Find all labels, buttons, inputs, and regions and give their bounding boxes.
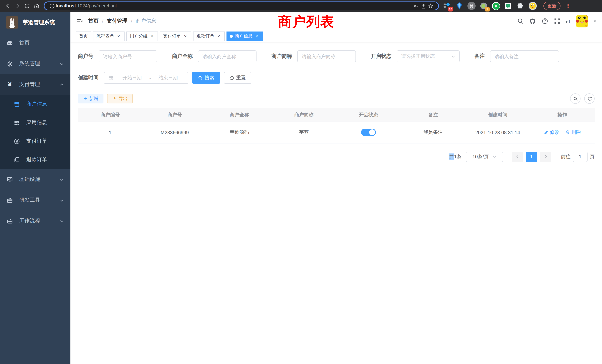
- close-icon[interactable]: ×: [116, 33, 121, 39]
- col-create-time: 创建时间: [465, 108, 530, 122]
- table-row: 1 M233666999 芋道源码 芋艿 我是备注 2021-10-23 08:…: [78, 122, 595, 143]
- extension-gem-icon[interactable]: [455, 1, 464, 10]
- page-info-icon[interactable]: [48, 2, 56, 10]
- export-button[interactable]: 导出: [107, 94, 133, 103]
- delete-link[interactable]: 删除: [565, 129, 581, 136]
- sidebar-item-label: 基础设施: [19, 176, 60, 183]
- tag-pay-order[interactable]: 支付订单×: [160, 31, 191, 41]
- documents-icon: [14, 157, 20, 163]
- status-toggle[interactable]: [361, 129, 376, 136]
- browser-menu-icon[interactable]: ⋮: [565, 3, 571, 9]
- user-avatar[interactable]: [576, 15, 588, 27]
- col-actions: 操作: [530, 108, 595, 122]
- extension-command-icon[interactable]: ⌘: [467, 1, 476, 10]
- browser-reload-icon[interactable]: [22, 1, 32, 11]
- sidebar-item-payment[interactable]: ¥ 支付管理: [0, 74, 70, 95]
- browser-update-button[interactable]: 更新: [543, 2, 560, 10]
- page-content: 商户号 商户全称 商户简称 开启状态 请选择开启状态: [70, 42, 602, 364]
- chevron-down-icon: [60, 177, 64, 182]
- sidebar-item-label: 研发工具: [19, 197, 60, 203]
- short-name-input[interactable]: [302, 54, 351, 59]
- pagination-goto: 前往 页: [561, 151, 595, 162]
- monitor-chart-icon: [7, 176, 13, 182]
- sidebar-item-label: 支付管理: [19, 81, 60, 88]
- close-icon[interactable]: ×: [216, 33, 221, 39]
- tag-user-group[interactable]: 用户分组×: [126, 31, 158, 41]
- help-icon[interactable]: [541, 17, 549, 25]
- table-toolbar: 新增 导出: [78, 93, 595, 104]
- extension-badge: 10: [448, 7, 453, 11]
- prev-page-button[interactable]: [512, 151, 523, 162]
- breadcrumb-home[interactable]: 首页: [88, 18, 99, 24]
- font-size-icon[interactable]: тT: [566, 18, 571, 24]
- caret-down-icon[interactable]: [593, 19, 597, 23]
- search-button[interactable]: 搜索: [192, 72, 220, 84]
- goto-page-input[interactable]: [573, 151, 588, 162]
- main-area: 首页 / 支付管理 / 商户信息 商户列表: [70, 12, 602, 364]
- extensions-puzzle-icon[interactable]: [516, 1, 525, 10]
- field-label: 商户号: [78, 53, 93, 60]
- full-name-input[interactable]: [202, 54, 252, 59]
- remark-input[interactable]: [494, 54, 555, 59]
- browser-back-icon[interactable]: [3, 1, 13, 11]
- sidebar-item-home[interactable]: 首页: [0, 33, 70, 53]
- breadcrumb-separator: /: [131, 18, 132, 24]
- sidebar-item-label: 支付订单: [26, 138, 47, 145]
- sidebar-item-merchant-info[interactable]: 商户信息: [0, 95, 70, 113]
- extension-status-icon[interactable]: 1: [479, 1, 488, 10]
- next-page-button[interactable]: [540, 151, 551, 162]
- url-bar[interactable]: localhost:1024/pay/merchant: [44, 1, 439, 10]
- hamburger-icon[interactable]: [75, 16, 85, 26]
- github-icon[interactable]: [529, 17, 536, 25]
- refresh-button[interactable]: [584, 93, 595, 104]
- status-select[interactable]: 请选择开启状态: [397, 50, 460, 62]
- browser-toolbar: localhost:1024/pay/merchant 10: [0, 0, 602, 12]
- profile-emoji-icon[interactable]: [528, 1, 537, 10]
- sidebar-item-infrastructure[interactable]: 基础设施: [0, 169, 70, 190]
- bookmark-star-icon[interactable]: [427, 2, 434, 10]
- end-date-placeholder: 结束日期: [152, 75, 184, 81]
- grid-icon: [14, 119, 20, 126]
- field-label: 商户简称: [271, 53, 292, 60]
- sidebar-item-app-info[interactable]: 应用信息: [0, 113, 70, 132]
- close-icon[interactable]: ×: [254, 33, 259, 39]
- extension-blocker-icon[interactable]: 10: [443, 1, 452, 10]
- sidebar-item-label: 应用信息: [26, 119, 47, 126]
- breadcrumb-payment[interactable]: 支付管理: [107, 18, 128, 24]
- tag-process-form[interactable]: 流程表单×: [93, 31, 125, 41]
- date-range-picker[interactable]: 开始日期 - 结束日期: [104, 72, 188, 84]
- page-number-1[interactable]: 1: [526, 151, 537, 162]
- col-merchant-id: 商户编号: [78, 108, 142, 122]
- password-key-icon[interactable]: [412, 2, 420, 10]
- tag-refund-order[interactable]: 退款订单×: [193, 31, 225, 41]
- fullscreen-icon[interactable]: [553, 17, 561, 25]
- breadcrumb: 首页 / 支付管理 / 商户信息: [88, 18, 156, 24]
- browser-home-icon[interactable]: [32, 1, 42, 11]
- page-size-select[interactable]: 10条/页: [466, 151, 503, 162]
- sidebar-item-system[interactable]: 系统管理: [0, 53, 70, 74]
- reset-button[interactable]: 重置: [224, 72, 251, 84]
- tags-view: 首页 流程表单× 用户分组× 支付订单× 退款订单× 商户信息×: [70, 30, 602, 42]
- merchant-no-input[interactable]: [103, 54, 153, 59]
- extension-y-icon[interactable]: y: [492, 1, 500, 10]
- sidebar-item-dev-tools[interactable]: 研发工具: [0, 190, 70, 211]
- sidebar-item-workflow[interactable]: 工作流程: [0, 211, 70, 231]
- extension-notes-icon[interactable]: [504, 1, 513, 10]
- browser-forward-icon[interactable]: [13, 1, 22, 11]
- share-icon[interactable]: [420, 2, 427, 10]
- search-icon[interactable]: [517, 17, 524, 25]
- sidebar-item-pay-order[interactable]: 支付订单: [0, 132, 70, 150]
- tag-home[interactable]: 首页: [76, 31, 91, 41]
- tag-merchant-info[interactable]: 商户信息×: [226, 31, 263, 41]
- add-button[interactable]: 新增: [78, 94, 103, 103]
- chevron-down-icon: [60, 62, 64, 66]
- chevron-down-icon: [493, 155, 496, 159]
- toggle-search-button[interactable]: [570, 93, 580, 104]
- sidebar-logo[interactable]: 芋道管理系统: [0, 12, 70, 33]
- chevron-down-icon: [451, 54, 455, 58]
- field-label: 开启状态: [371, 53, 391, 60]
- close-icon[interactable]: ×: [183, 33, 188, 39]
- close-icon[interactable]: ×: [149, 33, 155, 39]
- edit-link[interactable]: 修改: [544, 129, 559, 136]
- sidebar-item-refund-order[interactable]: 退款订单: [0, 150, 70, 169]
